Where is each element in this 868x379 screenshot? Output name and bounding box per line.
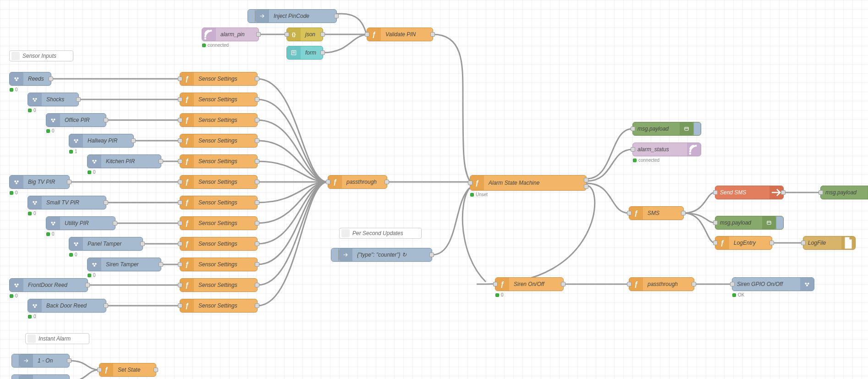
fn-sensor-settings-10[interactable]: Sensor Settings xyxy=(180,258,258,271)
port-out[interactable] xyxy=(154,368,158,372)
port-in[interactable] xyxy=(631,147,635,152)
port-out[interactable] xyxy=(131,138,136,143)
fn-sensor-settings-2[interactable]: Sensor Settings xyxy=(180,93,258,106)
fn-sensor-settings-12[interactable]: Sensor Settings xyxy=(180,299,258,313)
rpi-smalltv-pir[interactable]: Small TV PIR 0 xyxy=(27,196,106,209)
form-node[interactable]: form xyxy=(286,46,323,60)
node-logfile[interactable]: LogFile xyxy=(803,236,856,250)
inject-button[interactable] xyxy=(248,10,255,22)
port-out[interactable] xyxy=(320,50,325,55)
port-out[interactable] xyxy=(255,242,259,246)
rpi-siren-tamper[interactable]: Siren Tamper 0 xyxy=(87,258,161,271)
rpi-office-pir[interactable]: Office PIR 0 xyxy=(46,113,106,127)
inject-button[interactable] xyxy=(331,248,339,261)
port-out[interactable] xyxy=(781,190,786,195)
fn-alarm-state-machine[interactable]: Alarm State Machine Unset xyxy=(470,175,587,191)
port-out[interactable] xyxy=(255,77,259,81)
port-out[interactable] xyxy=(104,118,108,122)
fn-sensor-settings-5[interactable]: Sensor Settings xyxy=(180,154,258,168)
fn-logentry[interactable]: LogEntry xyxy=(715,236,772,250)
rpi-panel-tamper[interactable]: Panel Tamper 0 xyxy=(69,237,143,251)
debug-toggle[interactable] xyxy=(693,122,701,135)
fn-sms[interactable]: SMS xyxy=(629,206,684,220)
port-out-2[interactable] xyxy=(584,184,588,189)
port-in[interactable] xyxy=(178,97,182,102)
port-out[interactable] xyxy=(256,32,261,37)
port-out[interactable] xyxy=(255,180,259,184)
mqtt-out-alarm-status[interactable]: alarm_status connected xyxy=(632,143,701,156)
port-out[interactable] xyxy=(113,221,117,225)
fn-sensor-settings-11[interactable]: Sensor Settings xyxy=(180,278,258,292)
rpi-kitchen-pir[interactable]: Kitchen PIR 0 xyxy=(87,154,161,168)
port-out-1[interactable] xyxy=(584,178,588,182)
port-in[interactable] xyxy=(631,126,635,131)
port-in[interactable] xyxy=(713,190,718,195)
port-in[interactable] xyxy=(178,159,182,164)
fn-passthrough[interactable]: passthrough xyxy=(328,175,387,189)
port-in[interactable] xyxy=(178,180,182,184)
port-in[interactable] xyxy=(178,138,182,143)
port-out[interactable] xyxy=(49,77,53,81)
port-out[interactable] xyxy=(385,180,389,184)
rpi-hallway-pir[interactable]: Hallway PIR 1 xyxy=(69,134,134,148)
fn-sensor-settings-8[interactable]: Sensor Settings xyxy=(180,216,258,230)
port-in[interactable] xyxy=(178,221,182,225)
port-in[interactable] xyxy=(178,118,182,122)
rpi-back-reed[interactable]: Back Door Reed 0 xyxy=(27,299,106,313)
rpi-shocks[interactable]: Shocks 0 xyxy=(27,93,79,106)
port-out[interactable] xyxy=(255,221,259,225)
port-out[interactable] xyxy=(85,283,90,287)
fn-sensor-settings-3[interactable]: Sensor Settings xyxy=(180,113,258,127)
fn-sensor-settings-7[interactable]: Sensor Settings xyxy=(180,196,258,209)
port-out[interactable] xyxy=(255,262,259,267)
debug-msg-payload-1[interactable]: msg.payload xyxy=(632,122,701,136)
fn-sensor-settings-1[interactable]: Sensor Settings xyxy=(180,72,258,86)
node-send-sms[interactable]: Send SMS xyxy=(715,186,784,199)
json-node[interactable]: json xyxy=(286,27,323,41)
port-in[interactable] xyxy=(801,241,806,245)
inject-on[interactable]: 1 - On xyxy=(11,354,70,368)
port-in[interactable] xyxy=(178,242,182,246)
rpi-utility-pir[interactable]: Utility PIR 0 xyxy=(46,216,115,230)
fn-passthrough2[interactable]: passthrough xyxy=(629,277,694,291)
port-in[interactable] xyxy=(178,200,182,205)
port-out[interactable] xyxy=(429,253,434,257)
inject-button[interactable] xyxy=(12,354,19,367)
fn-siren-onoff[interactable]: Siren On/Off 0 xyxy=(495,277,564,291)
fn-sensor-settings-4[interactable]: Sensor Settings xyxy=(180,134,258,148)
port-in[interactable] xyxy=(730,282,735,286)
port-out[interactable] xyxy=(334,14,339,18)
port-in[interactable] xyxy=(713,241,718,245)
port-in[interactable] xyxy=(178,77,182,81)
inject-button[interactable] xyxy=(12,375,19,379)
port-in[interactable] xyxy=(468,181,472,185)
port-out[interactable] xyxy=(255,138,259,143)
port-out[interactable] xyxy=(681,211,686,215)
port-out[interactable] xyxy=(255,283,259,287)
inject-counter[interactable]: {"type": "counter"} ↻ xyxy=(331,248,432,262)
port-in[interactable] xyxy=(178,283,182,287)
port-in[interactable] xyxy=(285,32,289,37)
port-out[interactable] xyxy=(104,200,108,205)
port-out[interactable] xyxy=(67,180,71,184)
port-in[interactable] xyxy=(493,282,498,286)
debug-msg-payload-2[interactable]: msg.payload xyxy=(820,186,868,199)
port-out[interactable] xyxy=(561,282,566,286)
port-in[interactable] xyxy=(627,211,632,215)
port-out[interactable] xyxy=(76,97,81,102)
port-in[interactable] xyxy=(713,220,718,225)
port-in[interactable] xyxy=(178,303,182,308)
port-out[interactable] xyxy=(255,303,259,308)
debug-toggle[interactable] xyxy=(776,216,783,229)
port-out[interactable] xyxy=(430,32,435,37)
port-out[interactable] xyxy=(67,358,71,363)
port-out[interactable] xyxy=(159,262,163,267)
fn-sensor-settings-6[interactable]: Sensor Settings xyxy=(180,175,258,189)
port-in[interactable] xyxy=(326,180,330,184)
fn-set-state[interactable]: Set State xyxy=(99,363,156,377)
port-in[interactable] xyxy=(627,282,632,286)
inject-off[interactable]: 0 - Off xyxy=(11,374,70,379)
port-out[interactable] xyxy=(255,159,259,164)
port-in[interactable] xyxy=(365,32,369,37)
inject-pincode[interactable]: Inject PinCode xyxy=(247,9,337,23)
